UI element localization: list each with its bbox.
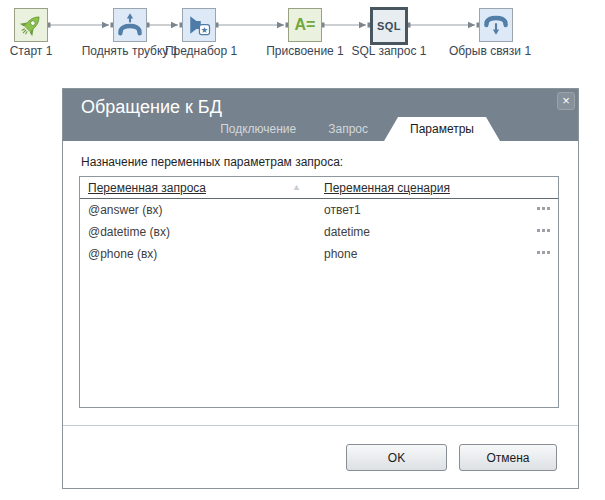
table-row[interactable]: @answer (вх) ответ1 — [80, 199, 558, 221]
flow-node-label: Обрыв связи 1 — [449, 44, 531, 58]
scenario-var-cell: datetime — [324, 225, 558, 239]
tab-query[interactable]: Запрос — [312, 117, 384, 141]
dialog-header: Обращение к БД × Подключение Запрос Пара… — [63, 89, 578, 141]
footer-divider — [63, 425, 578, 426]
table-row[interactable]: @phone (вх) phone — [80, 243, 558, 265]
ok-button[interactable]: OK — [346, 444, 447, 471]
rocket-icon — [17, 11, 45, 39]
scenario-var-cell: ответ1 — [324, 203, 558, 217]
table-description: Назначение переменных параметрам запроса… — [81, 155, 343, 169]
assignment-icon: A= — [295, 16, 316, 34]
svg-text:★: ★ — [200, 25, 208, 35]
phone-pickup-icon — [116, 11, 144, 39]
flow-node-start[interactable] — [14, 8, 48, 42]
ellipsis-icon — [537, 251, 550, 254]
flow-node-predial[interactable]: ★ — [182, 8, 216, 42]
row-options-button[interactable] — [537, 229, 550, 232]
flow-node-label: Присвоение 1 — [266, 44, 344, 58]
cancel-button[interactable]: Отмена — [459, 444, 557, 471]
column-header-scenario-var[interactable]: Переменная сценария — [324, 181, 558, 195]
query-var-cell: @datetime (вх) — [80, 225, 324, 239]
tab-connection[interactable]: Подключение — [204, 117, 312, 141]
tab-parameters[interactable]: Параметры — [384, 117, 500, 141]
tab-strip: Подключение Запрос Параметры — [204, 117, 500, 141]
flow-node-label: Преднабор 1 — [165, 44, 237, 58]
row-options-button[interactable] — [537, 207, 550, 210]
speaker-star-icon: ★ — [185, 11, 213, 39]
sql-icon: SQL — [377, 20, 401, 32]
table-header-row: Переменная запроса ▲ Переменная сценария — [80, 177, 558, 199]
column-header-query-var[interactable]: Переменная запроса — [80, 181, 324, 195]
ellipsis-icon — [537, 207, 550, 210]
close-icon[interactable]: × — [557, 92, 575, 110]
query-var-cell: @phone (вх) — [80, 247, 324, 261]
flow-node-label: Старт 1 — [10, 44, 53, 58]
phone-hangup-icon — [482, 11, 510, 39]
ellipsis-icon — [537, 229, 550, 232]
table-row[interactable]: @datetime (вх) datetime — [80, 221, 558, 243]
flow-node-pickup[interactable] — [113, 8, 147, 42]
row-options-button[interactable] — [537, 251, 550, 254]
flow-node-assignment[interactable]: A= — [288, 8, 322, 42]
dialog-title: Обращение к БД — [81, 97, 222, 118]
flow-node-sql-query[interactable]: SQL — [370, 7, 408, 45]
scenario-flowchart: Старт 1 Поднять трубку 1 ★ Преднабор 1 A… — [0, 0, 605, 62]
db-access-dialog: Обращение к БД × Подключение Запрос Пара… — [62, 88, 579, 489]
query-var-cell: @answer (вх) — [80, 203, 324, 217]
parameters-table: Переменная запроса ▲ Переменная сценария… — [79, 176, 559, 408]
flow-node-label: Поднять трубку 1 — [82, 44, 179, 58]
flow-node-hangup[interactable] — [479, 8, 513, 42]
flow-node-label: SQL запрос 1 — [352, 44, 427, 58]
sort-asc-icon: ▲ — [292, 182, 301, 192]
scenario-var-cell: phone — [324, 247, 558, 261]
